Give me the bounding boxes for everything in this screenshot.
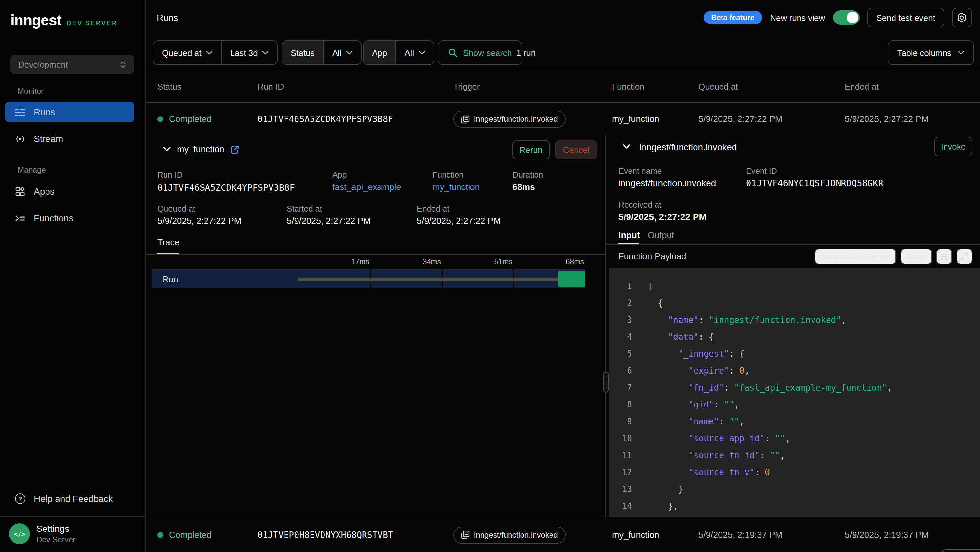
- trace-run-label: Run: [162, 274, 178, 284]
- status-dot-completed: [158, 116, 163, 122]
- send-test-event-button[interactable]: Send test event: [867, 8, 944, 27]
- line-number: 1: [609, 281, 632, 290]
- code-line: 3 "name": "inngest/function.invoked",: [609, 311, 980, 328]
- run-id-label: Run ID: [158, 171, 183, 180]
- line-number: 6: [609, 365, 632, 375]
- environment-select[interactable]: Development: [10, 55, 134, 74]
- collapse-run-button[interactable]: [162, 147, 171, 152]
- col-ended-at: Ended at: [845, 81, 878, 91]
- status-text: Completed: [169, 530, 212, 540]
- expand-button[interactable]: [956, 249, 972, 264]
- timeline-tick: 17ms: [332, 258, 369, 266]
- col-run-id: Run ID: [258, 81, 284, 91]
- show-search-button[interactable]: Show search: [438, 40, 522, 65]
- table-columns-button[interactable]: Table columns: [888, 40, 974, 65]
- trigger-pill[interactable]: inngest/function.invoked: [453, 526, 566, 543]
- help-and-feedback[interactable]: ? Help and Feedback: [5, 488, 134, 509]
- code-line: 12 "source_fn_v": 0: [609, 463, 980, 480]
- ended-at-label: Ended at: [417, 204, 449, 214]
- code-line: 10 "source_app_id": "",: [609, 430, 980, 447]
- runs-icon: [15, 108, 25, 116]
- function-link[interactable]: my_function: [433, 182, 480, 192]
- event-id-label: Event ID: [746, 167, 777, 176]
- rerun-button[interactable]: Rerun: [512, 140, 549, 160]
- event-icon: [461, 115, 469, 123]
- status-text: Completed: [169, 114, 212, 124]
- cancel-button[interactable]: Cancel: [555, 140, 597, 160]
- tab-output[interactable]: Output: [648, 230, 674, 240]
- invoke-button[interactable]: Invoke: [934, 137, 972, 156]
- code-text: [: [648, 281, 653, 290]
- sidebar-item-stream[interactable]: Stream: [5, 128, 134, 149]
- row-ended-at: 5/9/2025, 2:27:22 PM: [845, 114, 929, 124]
- app-filter-dropdown[interactable]: All: [395, 41, 433, 64]
- sidebar: inngest DEV SERVER Development Monitor R…: [0, 0, 146, 552]
- filter-bar: Queued at Last 3d Status All App All: [146, 35, 980, 70]
- chevron-down-icon: [162, 147, 171, 152]
- queued-at-dropdown-label: Queued at: [162, 48, 201, 57]
- code-text: "source_fn_v": 0: [648, 467, 770, 477]
- function-label: Function: [433, 171, 464, 180]
- trace-run-span: [558, 271, 585, 287]
- line-number: 11: [609, 450, 632, 460]
- code-text: }: [648, 484, 684, 494]
- settings-label: Settings: [37, 523, 75, 534]
- sidebar-item-stream-label: Stream: [34, 134, 63, 144]
- code-line: 4 "data": {: [609, 328, 980, 345]
- code-text: "expire": 0,: [648, 365, 749, 375]
- external-link-icon[interactable]: [230, 145, 239, 154]
- table-row[interactable]: Completed 01JTVF46SA5ZCDK4YPFSPV3B8F inn…: [146, 103, 980, 136]
- started-at-label: Started at: [287, 204, 322, 214]
- code-text: "_inngest": {: [648, 349, 744, 358]
- trigger-name: inngest/function.invoked: [474, 115, 558, 124]
- new-runs-view-label: New runs view: [770, 13, 825, 22]
- table-row[interactable]: Completed 01JTVEP0H8EVDNYXH68QRSTVBT inn…: [146, 517, 980, 552]
- line-number: 10: [609, 433, 632, 443]
- tab-trace[interactable]: Trace: [158, 238, 180, 247]
- app-link[interactable]: fast_api_example: [332, 182, 401, 192]
- tab-input[interactable]: Input: [619, 230, 640, 240]
- stream-icon: [15, 134, 25, 143]
- line-number: 7: [609, 383, 632, 392]
- payload-title: Function Payload: [619, 252, 686, 262]
- code-text: "gid": "",: [648, 399, 740, 409]
- line-number: 3: [609, 315, 632, 324]
- panel-resize-handle[interactable]: [603, 372, 609, 392]
- word-wrap-button[interactable]: [936, 249, 952, 264]
- new-runs-view-toggle[interactable]: [833, 10, 859, 25]
- chevron-down-icon: [418, 51, 425, 55]
- started-at-value: 5/9/2025, 2:27:22 PM: [287, 216, 371, 226]
- event-name-value: inngest/function.invoked: [619, 178, 716, 188]
- col-queued-at: Queued at: [698, 81, 738, 91]
- settings-entry[interactable]: </> Settings Dev Server: [9, 523, 75, 544]
- chevron-down-icon: [346, 51, 353, 55]
- code-line: 5 "_inngest": {: [609, 345, 980, 362]
- chevron-up-down-icon: [120, 61, 126, 68]
- code-text: "data": {: [648, 332, 714, 341]
- queued-at-value: 5/9/2025, 2:27:22 PM: [158, 216, 241, 226]
- time-range-dropdown[interactable]: Last 3d: [221, 41, 277, 64]
- settings-gear-button[interactable]: [952, 8, 972, 27]
- code-line: 11 "source_fn_id": "",: [609, 447, 980, 463]
- send-to-dev-server-button[interactable]: Send to Dev Server: [815, 249, 896, 264]
- trigger-pill[interactable]: inngest/function.invoked: [453, 111, 566, 128]
- trace-run-row[interactable]: Run: [151, 270, 585, 288]
- sidebar-item-apps[interactable]: Apps: [5, 181, 134, 202]
- line-number: 8: [609, 399, 632, 409]
- code-text: "source_app_id": "",: [648, 433, 790, 443]
- col-function: Function: [612, 81, 644, 91]
- queued-at-dropdown[interactable]: Queued at: [153, 41, 221, 64]
- copy-button[interactable]: Copy: [900, 249, 932, 264]
- payload-code-editor[interactable]: 1[2 {3 "name": "inngest/function.invoked…: [609, 268, 980, 517]
- functions-icon: [15, 214, 25, 222]
- search-icon: [448, 48, 458, 57]
- app-filter-label-segment: App: [364, 41, 395, 64]
- queued-at-label: Queued at: [158, 204, 196, 214]
- collapse-event-button[interactable]: [622, 144, 631, 150]
- sidebar-item-functions-label: Functions: [34, 213, 73, 223]
- status-filter-dropdown[interactable]: All: [323, 41, 361, 64]
- sidebar-item-functions[interactable]: Functions: [5, 207, 134, 228]
- sidebar-item-runs[interactable]: Runs: [5, 102, 134, 122]
- run-count: 1 run: [516, 48, 536, 57]
- line-number: 5: [609, 349, 632, 358]
